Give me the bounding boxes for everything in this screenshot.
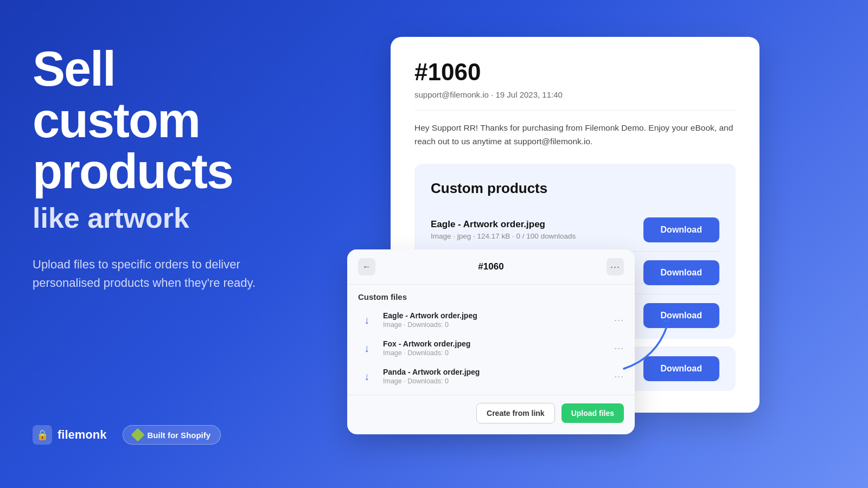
file-info-1: Eagle - Artwork order.jpeg Image · Downl… [383, 311, 607, 329]
file-info-2: Fox - Artwork order.jpeg Image · Downloa… [383, 339, 607, 357]
file-name-2: Fox - Artwork order.jpeg [383, 339, 607, 348]
shopify-diamond-icon [131, 428, 145, 441]
file-meta-1: Image · Downloads: 0 [383, 321, 607, 329]
small-order-title: #1060 [478, 261, 503, 272]
download-icon-1: ↓ [358, 311, 375, 329]
back-button[interactable]: ← [358, 258, 375, 275]
shopify-badge[interactable]: Built for Shopify [123, 425, 221, 445]
download-icon-2: ↓ [358, 339, 375, 357]
file-name-3: Panda - Artwork order.jpeg [383, 368, 607, 376]
small-file-row-3: ↓ Panda - Artwork order.jpeg Image · Dow… [347, 362, 635, 390]
small-file-row-2: ↓ Fox - Artwork order.jpeg Image · Downl… [347, 334, 635, 362]
order-meta: support@filemonk.io · 19 Jul 2023, 11:40 [414, 90, 736, 99]
brand-icon: 🔒 [33, 425, 52, 445]
order-number: #1060 [414, 59, 736, 86]
left-panel: Sell custom products like artwork Upload… [0, 0, 369, 488]
file-meta-3: Image · Downloads: 0 [383, 377, 607, 385]
hero-subtitle: like artwork [33, 203, 336, 234]
download-icon-3: ↓ [358, 368, 375, 385]
shopify-badge-label: Built for Shopify [147, 431, 210, 440]
right-panel: #1060 support@filemonk.io · 19 Jul 2023,… [347, 0, 868, 488]
product-name-1: Eagle - Artwork order.jpeg [431, 219, 576, 230]
arrow-decoration [613, 314, 678, 380]
products-title: Custom products [431, 180, 719, 197]
order-card-small: ← #1060 ··· Custom files ↓ Eagle - Artwo… [347, 249, 635, 434]
product-info-1: Eagle - Artwork order.jpeg Image · jpeg … [431, 219, 576, 240]
back-icon: ← [362, 262, 371, 272]
small-file-row-1: ↓ Eagle - Artwork order.jpeg Image · Dow… [347, 306, 635, 334]
download-button-1[interactable]: Download [643, 217, 719, 242]
more-options-button[interactable]: ··· [607, 258, 624, 275]
brand-logo: 🔒 filemonk [33, 425, 106, 445]
custom-files-label: Custom files [347, 285, 635, 306]
brand-row: 🔒 filemonk Built for Shopify [33, 425, 336, 445]
create-from-link-button[interactable]: Create from link [476, 403, 555, 423]
file-name-1: Eagle - Artwork order.jpeg [383, 311, 607, 320]
file-meta-2: Image · Downloads: 0 [383, 349, 607, 357]
small-card-footer: Create from link Upload files [347, 395, 635, 423]
upload-files-button[interactable]: Upload files [561, 403, 624, 423]
brand-name: filemonk [58, 428, 106, 442]
product-meta-1: Image · jpeg · 124.17 kB · 0 / 100 downl… [431, 232, 576, 240]
small-card-header: ← #1060 ··· [347, 249, 635, 285]
file-info-3: Panda - Artwork order.jpeg Image · Downl… [383, 368, 607, 385]
hero-title: Sell custom products [33, 43, 336, 197]
product-row-1: Eagle - Artwork order.jpeg Image · jpeg … [431, 209, 719, 252]
order-message: Hey Support RR! Thanks for purchasing fr… [414, 110, 736, 149]
download-button-2[interactable]: Download [643, 260, 719, 285]
hero-description: Upload files to specific orders to deliv… [33, 255, 293, 292]
